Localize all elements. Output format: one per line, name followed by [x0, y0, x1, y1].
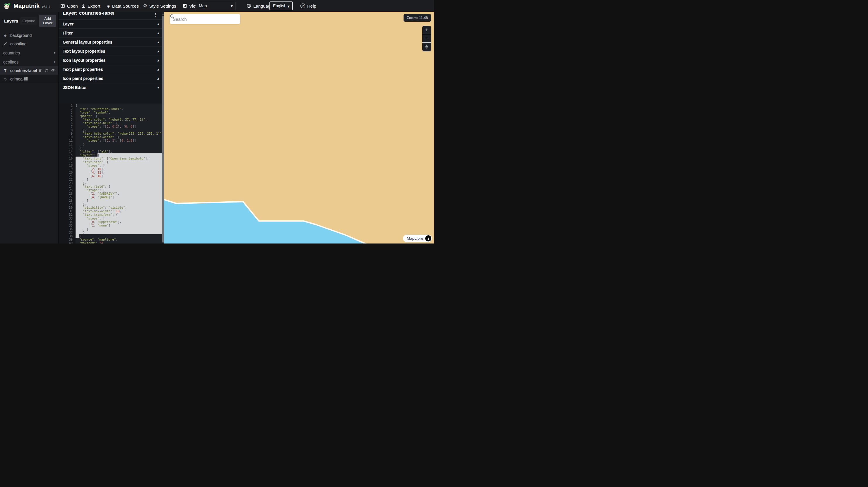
json-line: 33 "stops": [	[59, 217, 162, 220]
json-code: },	[75, 234, 162, 238]
line-number: 24	[59, 185, 75, 188]
compass-button[interactable]	[422, 43, 431, 51]
section-label: Text layout properties	[63, 49, 157, 54]
fill-layer-icon: ◆	[3, 33, 8, 37]
layer-group-geolines[interactable]: geolines▾	[0, 58, 58, 66]
duplicate-icon[interactable]	[44, 68, 48, 72]
layer-label: countries	[3, 51, 20, 55]
chevron-down-icon[interactable]: ▾	[54, 51, 55, 55]
open-icon	[60, 3, 65, 8]
layer-item-background[interactable]: ◆background	[0, 31, 58, 39]
section-general-layout-properties[interactable]: General layout properties▲	[59, 37, 164, 46]
line-number: 33	[59, 217, 75, 220]
layer-item-crimea-fill[interactable]: ◇crimea-fill	[0, 75, 58, 83]
json-line: 9 "text-halo-color": "rgba(255, 255, 255…	[59, 132, 162, 135]
zoom-out-button[interactable]: −	[422, 34, 431, 43]
json-line: 37 }	[59, 231, 162, 234]
section-layer[interactable]: Layer▲	[59, 19, 164, 28]
help-button[interactable]: ? Help	[301, 0, 316, 12]
line-number: 10	[59, 135, 75, 139]
globe-icon	[247, 3, 251, 8]
line-number: 36	[59, 227, 75, 231]
layer-label: geolines	[3, 60, 19, 64]
json-line: 29 },	[59, 202, 162, 206]
json-code: }	[75, 142, 162, 146]
style-settings-button[interactable]: ⚙ Style Settings	[143, 0, 176, 12]
json-code: "text-font": ["Open Sans Semibold"],	[75, 157, 162, 160]
line-number: 26	[59, 192, 75, 195]
search-input[interactable]	[173, 17, 237, 22]
line-number: 30	[59, 206, 75, 209]
app-name: Maputnik	[13, 3, 39, 9]
chevron-down-icon[interactable]: ▾	[54, 60, 55, 64]
section-label: Filter	[63, 31, 157, 35]
json-line: 10 "text-halo-width": {	[59, 135, 162, 139]
open-button[interactable]: Open	[60, 0, 78, 12]
line-number: 23	[59, 181, 75, 185]
visibility-icon[interactable]	[51, 69, 55, 72]
scrollbar-up-arrow[interactable]: ▲	[162, 12, 164, 14]
search-icon	[170, 14, 175, 19]
help-label: Help	[307, 3, 316, 8]
data-sources-button[interactable]: ◈ Data Sources	[107, 0, 139, 12]
json-code: "filter": ["all"],	[75, 150, 162, 153]
line-number: 14	[59, 150, 75, 153]
attribution-link[interactable]: MapLibre	[407, 236, 423, 240]
layer-item-coastline[interactable]: coastline	[0, 39, 58, 48]
json-editor[interactable]: 1{2 "id": "countries-label",3 "type": "s…	[59, 104, 162, 244]
section-icon-layout-properties[interactable]: Icon layout properties▲	[59, 56, 164, 65]
json-line: 7 "stops": [[2, 0.2], [6, 0]]	[59, 125, 162, 128]
json-line: 23 },	[59, 181, 162, 185]
json-code: },	[75, 146, 162, 150]
data-sources-label: Data Sources	[112, 3, 139, 8]
json-code: "id": "countries-label",	[75, 107, 162, 110]
zoom-in-button[interactable]: +	[422, 26, 431, 34]
section-label: Layer	[63, 22, 157, 26]
section-filter[interactable]: Filter▲	[59, 28, 164, 37]
app-version: v2.1.1	[42, 5, 50, 8]
section-text-paint-properties[interactable]: Text paint properties▲	[59, 65, 164, 74]
layer-item-countries-label[interactable]: Tcountries-label	[0, 66, 58, 75]
section-label: JSON Editor	[63, 85, 157, 90]
kebab-menu-icon[interactable]: ⋮	[153, 12, 158, 18]
map-canvas[interactable]: Zoom: 11.48 + − MapLibre i	[164, 12, 434, 244]
json-code: },	[75, 202, 162, 206]
layer-actions	[38, 68, 55, 72]
section-json-editor[interactable]: JSON Editor▼	[59, 83, 164, 92]
section-label: General layout properties	[63, 40, 157, 44]
layer-label: crimea-fill	[10, 77, 28, 82]
expand-button[interactable]: Expand	[20, 17, 37, 25]
language-select[interactable]: English	[270, 1, 293, 10]
view-select[interactable]: Map	[196, 2, 236, 10]
expand-arrow-icon: ▲	[157, 23, 159, 26]
json-line: 5 "text-color": "rgba(8, 37, 77, 1)",	[59, 118, 162, 121]
json-line: 26 [2, "{ABBREV}"],	[59, 192, 162, 195]
delete-icon[interactable]	[38, 68, 42, 72]
section-icon-paint-properties[interactable]: Icon paint properties▲	[59, 74, 164, 83]
json-code: "text-max-width": 10,	[75, 209, 162, 213]
json-line: 39 "source": "maplibre",	[59, 238, 162, 241]
info-icon[interactable]: i	[425, 235, 431, 241]
add-layer-button[interactable]: Add Layer	[39, 14, 56, 27]
json-line: 16 "text-font": ["Open Sans Semibold"],	[59, 157, 162, 160]
json-code: "maxzoom": 24,	[75, 241, 162, 244]
json-code: "text-halo-color": "rgba(255, 255, 255, …	[75, 132, 162, 135]
line-number: 16	[59, 157, 75, 160]
json-line: 13 },	[59, 146, 162, 150]
map-render	[164, 12, 434, 244]
export-button[interactable]: Export	[81, 0, 100, 12]
expand-arrow-icon: ▲	[157, 41, 159, 43]
json-code: [0, "uppercase"],	[75, 220, 162, 224]
language-button[interactable]: Language	[247, 0, 273, 12]
panel-scrollbar: ▲	[162, 12, 164, 244]
json-code: ]	[75, 199, 162, 202]
line-number: 38	[59, 234, 75, 238]
layer-group-countries[interactable]: countries▾	[0, 48, 58, 57]
sidebar-title: Layers	[4, 19, 18, 24]
section-text-layout-properties[interactable]: Text layout properties▲	[59, 46, 164, 56]
scrollbar-thumb[interactable]	[162, 16, 164, 242]
expand-arrow-icon: ▲	[157, 68, 159, 71]
json-line: 12 }	[59, 142, 162, 146]
map-search-box	[170, 14, 240, 24]
layer-label: countries-label	[10, 68, 37, 73]
